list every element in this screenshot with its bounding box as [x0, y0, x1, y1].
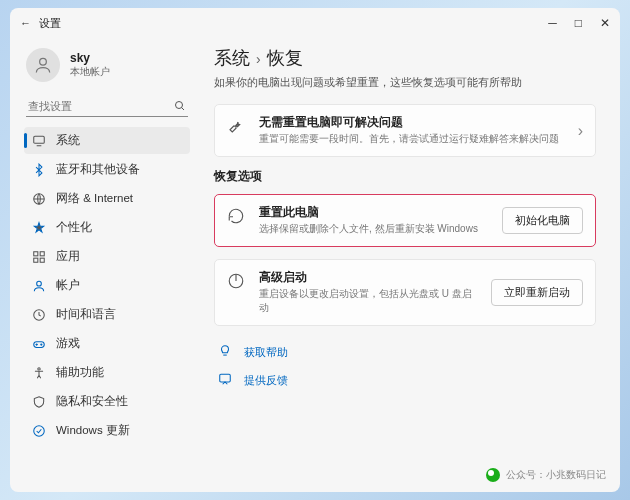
personalize-icon	[32, 221, 46, 235]
breadcrumb: 系统›恢复	[214, 46, 596, 70]
sidebar-item-label: 时间和语言	[56, 307, 116, 322]
accessibility-icon	[32, 366, 46, 380]
chevron-right-icon: ›	[578, 122, 583, 140]
search-box[interactable]	[26, 96, 188, 117]
svg-point-15	[34, 425, 45, 436]
wechat-icon	[486, 468, 500, 482]
reset-pc-button[interactable]: 初始化电脑	[502, 207, 583, 234]
sidebar-item-label: 游戏	[56, 336, 80, 351]
svg-point-10	[37, 281, 42, 286]
user-icon	[33, 55, 53, 75]
recovery-section-title: 恢复选项	[214, 169, 596, 184]
reset-sub: 选择保留或删除个人文件, 然后重新安装 Windows	[259, 222, 490, 236]
help-icon	[218, 344, 234, 360]
sidebar-item-accounts[interactable]: 帐户	[24, 272, 190, 299]
troubleshoot-card[interactable]: 无需重置电脑即可解决问题 重置可能需要一段时间。首先，请尝试通过运行疑难解答来解…	[214, 104, 596, 157]
bluetooth-icon	[32, 163, 46, 177]
sidebar-item-personalize[interactable]: 个性化	[24, 214, 190, 241]
avatar	[26, 48, 60, 82]
sidebar-item-label: 个性化	[56, 220, 92, 235]
network-icon	[32, 192, 46, 206]
wrench-icon	[227, 115, 247, 139]
sidebar-item-label: Windows 更新	[56, 423, 130, 438]
update-icon	[32, 424, 46, 438]
sidebar-item-label: 网络 & Internet	[56, 191, 133, 206]
user-sub: 本地帐户	[70, 65, 110, 79]
watermark-text: 公众号：小兆数码日记	[506, 468, 606, 482]
svg-rect-7	[40, 251, 44, 255]
reset-icon	[227, 205, 247, 229]
titlebar: ← 设置 ─ □ ✕	[10, 8, 620, 38]
svg-point-0	[40, 58, 47, 65]
troubleshoot-sub: 重置可能需要一段时间。首先，请尝试通过运行疑难解答来解决问题	[259, 132, 566, 146]
svg-rect-19	[220, 374, 231, 382]
back-button[interactable]: ←	[20, 17, 31, 29]
sidebar-item-gaming[interactable]: 游戏	[24, 330, 190, 357]
feedback-link[interactable]: 提供反馈	[214, 366, 596, 394]
troubleshoot-title: 无需重置电脑即可解决问题	[259, 115, 566, 130]
sidebar-item-privacy[interactable]: 隐私和安全性	[24, 388, 190, 415]
advanced-startup-card: 高级启动 重启设备以更改启动设置，包括从光盘或 U 盘启动 立即重新启动	[214, 259, 596, 326]
time-icon	[32, 308, 46, 322]
svg-point-14	[38, 367, 40, 369]
watermark: 公众号：小兆数码日记	[486, 468, 606, 482]
apps-icon	[32, 250, 46, 264]
settings-window: ← 设置 ─ □ ✕ sky 本地帐户 系统蓝牙和其他设备网络	[10, 8, 620, 492]
breadcrumb-parent[interactable]: 系统	[214, 48, 250, 68]
svg-rect-6	[34, 251, 38, 255]
app-title: 设置	[39, 16, 61, 31]
main-panel: 系统›恢复 如果你的电脑出现问题或希望重置，这些恢复选项可能有所帮助 无需重置电…	[200, 38, 620, 492]
restart-now-button[interactable]: 立即重新启动	[491, 279, 583, 306]
page-desc: 如果你的电脑出现问题或希望重置，这些恢复选项可能有所帮助	[214, 76, 596, 90]
sidebar-item-label: 系统	[56, 133, 80, 148]
breadcrumb-current: 恢复	[267, 48, 303, 68]
system-icon	[32, 134, 46, 148]
svg-rect-12	[34, 341, 45, 347]
sidebar-item-bluetooth[interactable]: 蓝牙和其他设备	[24, 156, 190, 183]
svg-point-13	[41, 344, 42, 345]
feedback-label: 提供反馈	[244, 373, 288, 388]
accounts-icon	[32, 279, 46, 293]
sidebar-item-label: 帐户	[56, 278, 80, 293]
privacy-icon	[32, 395, 46, 409]
help-label: 获取帮助	[244, 345, 288, 360]
sidebar-item-label: 蓝牙和其他设备	[56, 162, 140, 177]
svg-point-1	[176, 102, 183, 109]
sidebar-item-apps[interactable]: 应用	[24, 243, 190, 270]
sidebar-item-accessibility[interactable]: 辅助功能	[24, 359, 190, 386]
user-profile[interactable]: sky 本地帐户	[24, 44, 190, 92]
sidebar-item-update[interactable]: Windows 更新	[24, 417, 190, 444]
svg-rect-8	[34, 258, 38, 262]
reset-pc-card: 重置此电脑 选择保留或删除个人文件, 然后重新安装 Windows 初始化电脑	[214, 194, 596, 247]
svg-rect-3	[34, 136, 45, 143]
nav-list: 系统蓝牙和其他设备网络 & Internet个性化应用帐户时间和语言游戏辅助功能…	[24, 127, 190, 444]
search-input[interactable]	[28, 100, 174, 112]
svg-line-2	[182, 108, 185, 111]
user-name: sky	[70, 51, 110, 65]
sidebar-item-label: 应用	[56, 249, 80, 264]
svg-rect-9	[40, 258, 44, 262]
gaming-icon	[32, 337, 46, 351]
advanced-title: 高级启动	[259, 270, 479, 285]
content: sky 本地帐户 系统蓝牙和其他设备网络 & Internet个性化应用帐户时间…	[10, 38, 620, 492]
maximize-button[interactable]: □	[575, 16, 582, 30]
feedback-icon	[218, 372, 234, 388]
sidebar-item-time[interactable]: 时间和语言	[24, 301, 190, 328]
get-help-link[interactable]: 获取帮助	[214, 338, 596, 366]
sidebar-item-network[interactable]: 网络 & Internet	[24, 185, 190, 212]
reset-title: 重置此电脑	[259, 205, 490, 220]
sidebar: sky 本地帐户 系统蓝牙和其他设备网络 & Internet个性化应用帐户时间…	[10, 38, 200, 492]
close-button[interactable]: ✕	[600, 16, 610, 30]
advanced-sub: 重启设备以更改启动设置，包括从光盘或 U 盘启动	[259, 287, 479, 315]
minimize-button[interactable]: ─	[548, 16, 557, 30]
search-icon	[174, 100, 186, 112]
power-icon	[227, 270, 247, 294]
sidebar-item-system[interactable]: 系统	[24, 127, 190, 154]
sidebar-item-label: 隐私和安全性	[56, 394, 128, 409]
sidebar-item-label: 辅助功能	[56, 365, 104, 380]
